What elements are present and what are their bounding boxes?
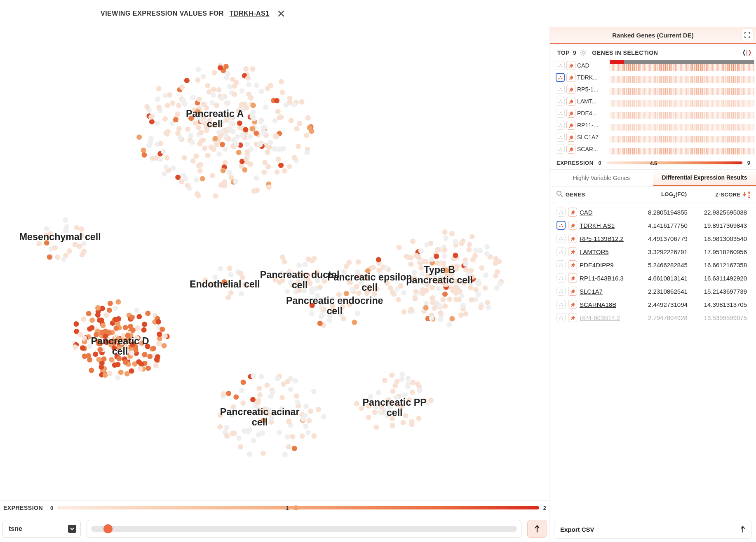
pin-icon[interactable] [568,247,577,256]
scatter-icon[interactable] [556,109,565,118]
heatmap-gene-label[interactable]: LAMT... [577,98,596,105]
legend-label: EXPRESSION [3,505,43,511]
svg-point-104 [182,155,187,161]
svg-point-462 [443,236,448,241]
pin-icon[interactable] [566,85,575,94]
tsne-scatter-plot[interactable]: Pancreatic AcellMesenchymal cellEndothel… [0,27,549,500]
scatter-icon[interactable] [556,234,566,243]
svg-point-151 [266,185,272,190]
scatter-icon[interactable] [556,287,566,296]
pin-icon[interactable] [568,221,577,230]
svg-point-643 [89,318,95,323]
gear-icon[interactable] [580,49,587,56]
svg-point-778 [142,352,148,357]
svg-point-916 [354,401,359,406]
point-size-slider[interactable] [87,520,521,538]
pin-icon[interactable] [568,287,577,296]
svg-point-646 [136,314,142,319]
pin-icon[interactable] [568,260,577,269]
scatter-icon[interactable] [556,145,565,154]
scatter-icon[interactable] [556,300,566,309]
pin-icon[interactable] [566,121,575,130]
pin-icon[interactable] [568,313,577,322]
svg-point-135 [246,82,251,87]
svg-point-313 [47,255,52,260]
svg-point-587 [453,252,458,258]
svg-point-243 [239,133,245,138]
fullscreen-icon[interactable] [741,29,754,41]
pin-icon[interactable] [566,109,575,118]
export-csv-button[interactable]: Export CSV [554,520,752,539]
gene-link[interactable]: SCARNA18B [580,301,616,308]
pin-icon[interactable] [566,145,575,154]
scatter-icon[interactable] [556,133,565,142]
pin-icon[interactable] [566,61,575,70]
scatter-icon[interactable] [556,73,565,82]
heatmap-gene-label[interactable]: SCAR... [577,146,598,152]
scatter-icon[interactable] [556,313,566,322]
svg-point-638 [123,325,128,330]
gene-link[interactable]: TDRKH-AS1 [580,222,615,229]
gene-link[interactable]: RP5-1139B12.2 [580,235,624,242]
heatmap-gene-label[interactable]: TDRK... [577,74,598,81]
pin-icon[interactable] [568,300,577,309]
resize-handle-icon[interactable] [742,48,752,58]
search-icon[interactable] [556,191,563,199]
svg-point-613 [352,320,357,325]
svg-point-150 [254,187,260,193]
scatter-icon[interactable] [556,247,566,256]
heatmap-gene-label[interactable]: CAD [577,62,589,69]
svg-point-266 [287,96,292,101]
pin-icon[interactable] [568,234,577,243]
svg-point-556 [416,255,421,260]
svg-point-317 [44,226,49,231]
scatter-icon[interactable] [556,221,566,230]
scatter-icon[interactable] [556,97,565,106]
pin-icon[interactable] [566,97,575,106]
sort-ascending-button[interactable] [527,520,547,538]
heatmap-gene-label[interactable]: PDE4... [577,110,597,117]
svg-point-202 [193,120,198,126]
svg-text:cell: cell [326,306,343,316]
svg-point-522 [473,287,479,292]
embedding-select[interactable]: tsne [2,520,81,538]
scatter-icon[interactable] [556,260,566,269]
svg-point-848 [251,373,256,378]
gene-link[interactable]: CAD [580,209,593,216]
col-log2fc-label[interactable]: LOG2(FC) [630,191,694,199]
svg-point-196 [161,149,166,154]
gene-link[interactable]: SLC1A7 [580,288,603,295]
pin-icon[interactable] [568,208,577,217]
gene-link[interactable]: RP4-603B14.2 [580,314,620,321]
pin-icon[interactable] [566,133,575,142]
svg-point-358 [282,259,287,264]
pin-icon[interactable] [566,73,575,82]
close-icon[interactable] [275,8,287,19]
scatter-icon[interactable] [556,121,565,130]
header-gene-link[interactable]: TDRKH-AS1 [230,10,270,17]
scatter-icon[interactable] [556,208,566,217]
svg-point-293 [163,130,169,136]
scatter-icon[interactable] [556,273,566,283]
gene-link[interactable]: LAMTOR5 [580,248,609,255]
heatmap-gene-label[interactable]: SLC1A7 [577,134,599,140]
svg-point-498 [435,247,441,252]
svg-point-930 [373,425,379,430]
tab-hvg[interactable]: Highly Variable Genes [550,170,653,186]
svg-point-217 [297,121,303,126]
svg-point-751 [97,347,103,353]
svg-point-193 [211,147,216,152]
col-zscore-label[interactable]: Z-SCORE 91 [693,191,750,199]
svg-point-373 [280,255,285,260]
scatter-icon[interactable] [556,61,565,70]
gene-link[interactable]: RP11-543B16.3 [580,275,624,282]
gene-link[interactable]: PDE4DIPP9 [580,262,614,269]
tab-de-results[interactable]: Differential Expression Results [653,170,756,186]
heatmap-gene-label[interactable]: RP5-1... [577,86,598,93]
svg-point-527 [408,262,413,267]
svg-point-241 [213,136,218,141]
zscore-value: 15.2143697739 [690,288,749,295]
scatter-icon[interactable] [556,85,565,94]
heatmap-gene-label[interactable]: RP11-... [577,122,598,128]
pin-icon[interactable] [568,273,577,283]
